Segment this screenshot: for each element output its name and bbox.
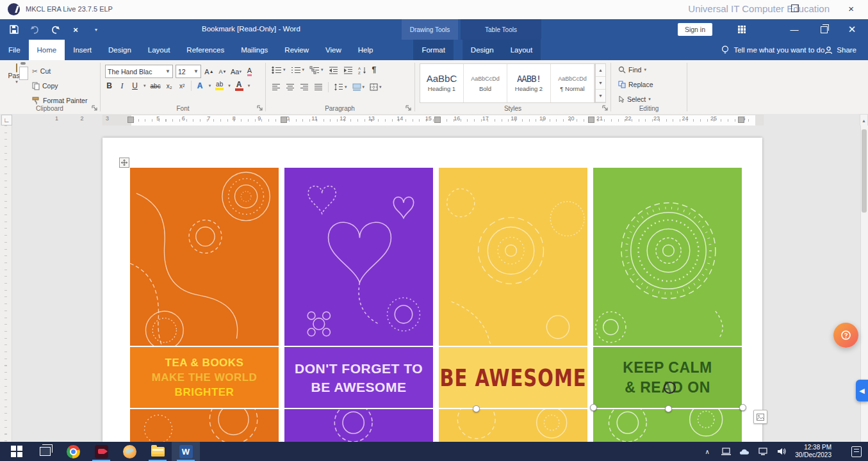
help-floating-button[interactable] (833, 323, 858, 348)
table-move-handle[interactable] (119, 158, 129, 168)
shading-button[interactable]: ▾ (352, 83, 365, 91)
table-column-marker[interactable] (434, 117, 441, 123)
sort-button[interactable]: AZ (358, 66, 367, 74)
selection-handle[interactable] (590, 404, 597, 411)
styles-dialog-launcher[interactable] (602, 105, 609, 111)
bookmark-tea-books[interactable]: TEA & BOOKS MAKE THE WORLD BRIGHTER (130, 168, 279, 442)
bullets-button[interactable]: ▾ (272, 66, 286, 74)
text-effects-button[interactable]: A (196, 81, 204, 90)
selection-handle[interactable] (665, 405, 672, 412)
ribbon-tab[interactable]: Layout (502, 40, 541, 60)
close-button[interactable]: ✕ (841, 19, 863, 40)
taskbar-file-explorer[interactable] (143, 442, 172, 461)
font-dialog-launcher[interactable] (257, 105, 263, 111)
replace-button[interactable]: Replace (618, 79, 653, 90)
bold-button[interactable]: B (105, 81, 113, 90)
chevron-down-icon[interactable]: ▾ (228, 83, 231, 88)
highlight-button[interactable]: ab (215, 81, 224, 90)
maximize-icon[interactable] (791, 4, 799, 12)
ribbon-tab[interactable]: File (0, 40, 29, 60)
clear-formatting-button[interactable]: A (244, 65, 255, 77)
qat-x-icon[interactable]: × (70, 24, 81, 35)
shrink-font-button[interactable]: A▼ (217, 65, 228, 77)
ribbon-tab[interactable]: Layout (140, 40, 179, 60)
underline-button[interactable]: U (131, 81, 139, 90)
restore-button[interactable] (813, 19, 835, 40)
style-card[interactable]: AaBbCcDd Bold (464, 64, 507, 102)
horizontal-ruler[interactable]: ∟ 12345678910111213141516171819202122232… (0, 114, 868, 125)
italic-button[interactable]: I (118, 81, 126, 91)
qat-customize-icon[interactable]: ▾ (91, 24, 101, 35)
ribbon-tab[interactable]: Design (463, 40, 502, 60)
change-case-button[interactable]: Aa▾ (231, 65, 242, 77)
decrease-indent-button[interactable] (329, 66, 338, 74)
taskbar-recorder[interactable] (87, 442, 115, 461)
style-card[interactable]: AaBbCcDd ¶ Normal (551, 64, 594, 102)
borders-button[interactable]: ▾ (370, 83, 382, 91)
layout-options-button[interactable] (753, 410, 767, 424)
align-center-button[interactable] (286, 83, 295, 91)
save-icon[interactable] (9, 24, 19, 35)
bookmark-dont-forget[interactable]: DON'T FORGET TO BE AWESOME (284, 168, 433, 442)
ribbon-tab[interactable]: Mailings (233, 40, 276, 60)
taskbar-chrome[interactable] (59, 442, 87, 461)
chevron-down-icon[interactable]: ▾ (248, 83, 250, 88)
increase-indent-button[interactable] (343, 66, 353, 74)
minimize-button[interactable]: — (783, 19, 805, 40)
strikethrough-button[interactable]: abc (151, 83, 161, 90)
table-column-marker[interactable] (127, 117, 134, 123)
panel-collapse-tab[interactable]: ◀ (856, 380, 868, 401)
superscript-button[interactable]: x² (178, 83, 186, 90)
ribbon-tab[interactable]: Insert (65, 40, 100, 60)
device-icon[interactable] (721, 446, 731, 457)
subscript-button[interactable]: x₂ (165, 83, 174, 90)
ribbon-tab[interactable]: View (317, 40, 350, 60)
select-button[interactable]: Select ▾ (618, 93, 653, 105)
taskbar-word[interactable]: W (172, 442, 200, 461)
styles-more-button[interactable]: ▼ (596, 90, 605, 102)
bookmark-keep-calm[interactable]: KEEP CALM & READ ON (593, 168, 742, 442)
ribbon-display-options-button[interactable] (731, 19, 753, 40)
ribbon-tab[interactable]: Help (350, 40, 382, 60)
table-column-marker[interactable] (281, 117, 287, 123)
numbering-button[interactable]: ▾ (291, 66, 305, 74)
selection-handle[interactable] (473, 405, 480, 412)
paragraph-dialog-launcher[interactable] (405, 105, 412, 111)
redo-icon[interactable] (50, 24, 60, 35)
network-icon[interactable] (758, 446, 768, 457)
chevron-down-icon[interactable]: ▾ (209, 83, 211, 88)
onedrive-cloud-icon[interactable] (739, 446, 749, 457)
ribbon-tab[interactable]: Review (276, 40, 317, 60)
sign-in-button[interactable]: Sign in (678, 23, 712, 36)
line-spacing-button[interactable]: ▾ (334, 83, 347, 91)
styles-scroll-up[interactable]: ▲ (596, 64, 605, 77)
selection-handle[interactable] (739, 404, 746, 411)
align-right-button[interactable] (300, 83, 309, 91)
table-column-marker[interactable] (738, 117, 744, 123)
cut-button[interactable]: ✂ Cut (32, 65, 87, 77)
font-size-combobox[interactable]: 12 ▼ (176, 65, 201, 78)
justify-button[interactable] (314, 83, 323, 91)
bookmark-be-awesome[interactable]: BE AWESOME (439, 168, 587, 442)
table-column-marker[interactable] (588, 117, 594, 123)
copy-button[interactable]: Copy (32, 80, 87, 92)
ribbon-tab[interactable]: Format (413, 40, 453, 60)
scrollbar-thumb[interactable] (862, 129, 867, 213)
clipboard-dialog-launcher[interactable] (92, 105, 98, 111)
multilevel-list-button[interactable]: ▾ (309, 66, 323, 74)
paste-button[interactable]: Paste ▾ (5, 64, 28, 104)
tell-me-box[interactable]: Tell me what you want to do (721, 40, 824, 60)
style-card[interactable]: AABB! Heading 2 (507, 64, 551, 102)
styles-scroll-down[interactable]: ▼ (596, 77, 605, 90)
ribbon-tab[interactable]: Design (100, 40, 140, 60)
task-view-button[interactable] (31, 442, 59, 461)
taskbar-browser-app[interactable] (115, 442, 143, 461)
find-button[interactable]: Find ▾ (618, 64, 653, 76)
font-color-button[interactable]: A (235, 81, 243, 91)
action-center-button[interactable] (851, 446, 862, 457)
taskbar-clock[interactable]: 12:38 PM 30/Dec/2023 (795, 444, 831, 459)
undo-icon[interactable] (29, 24, 40, 35)
vertical-ruler[interactable] (0, 125, 12, 442)
share-button[interactable]: Share (824, 40, 856, 60)
tray-expand-button[interactable]: ∧ (702, 446, 712, 457)
